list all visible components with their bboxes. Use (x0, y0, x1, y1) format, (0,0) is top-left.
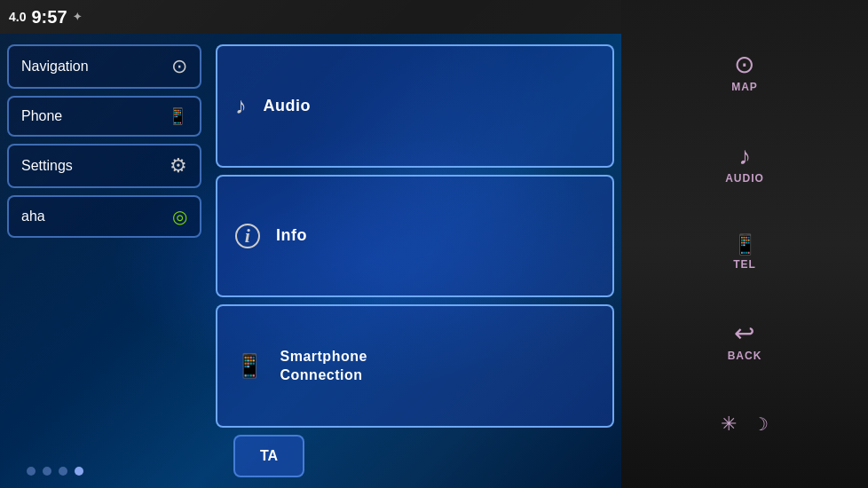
audio-hw-icon: ♪ (738, 144, 751, 169)
status-time: 9:57 (31, 7, 67, 28)
audio-hw-label: AUDIO (725, 172, 764, 185)
brightness-controls: ✳ ☽ (721, 413, 769, 436)
audio-hardware-button[interactable]: ♪ AUDIO (725, 144, 764, 185)
back-label: BACK (728, 350, 762, 362)
audio-label: Audio (264, 97, 312, 115)
map-icon: ⊙ (734, 52, 754, 77)
left-menu: Navigation ⊙ Phone 📱 Settings ⚙ aha ◎ (0, 34, 209, 488)
ta-button[interactable]: TA (233, 435, 304, 477)
dot-3 (59, 467, 67, 476)
tel-icon: 📱 (733, 235, 757, 255)
navigation-icon: ⊙ (171, 55, 187, 78)
info-button[interactable]: i Info (216, 175, 614, 298)
navigation-label: Navigation (21, 59, 89, 75)
status-bar: 4.0 9:57 ✦ (0, 0, 621, 34)
smartphone-connection-button[interactable]: 📱 SmartphoneConnection (216, 304, 614, 428)
ta-row: TA (216, 435, 614, 477)
settings-button[interactable]: Settings ⚙ (7, 144, 201, 188)
aha-label: aha (21, 209, 45, 224)
main-content-area: Navigation ⊙ Phone 📱 Settings ⚙ aha ◎ ♪ … (0, 34, 621, 488)
phone-icon: 📱 (168, 106, 187, 126)
signal-strength: 4.0 (9, 10, 26, 24)
tel-label: TEL (733, 258, 756, 271)
smartphone-label: SmartphoneConnection (280, 348, 367, 385)
brightness-moon-icon[interactable]: ☽ (753, 413, 769, 435)
tel-hardware-button[interactable]: 📱 TEL (733, 235, 757, 271)
map-label: MAP (731, 81, 758, 93)
pagination-dots (27, 467, 83, 476)
main-screen: 4.0 9:57 ✦ Navigation ⊙ Phone 📱 Settings… (0, 0, 621, 488)
aha-button[interactable]: aha ◎ (7, 195, 201, 238)
dot-1 (27, 467, 36, 476)
map-hardware-button[interactable]: ⊙ MAP (731, 52, 758, 93)
audio-button[interactable]: ♪ Audio (216, 44, 614, 168)
phone-button[interactable]: Phone 📱 (7, 96, 201, 137)
back-hardware-button[interactable]: ↩ BACK (728, 321, 762, 362)
dot-4 (75, 467, 83, 476)
navigation-button[interactable]: Navigation ⊙ (7, 44, 201, 89)
dot-2 (43, 467, 51, 476)
back-icon: ↩ (734, 321, 754, 346)
smartphone-icon: 📱 (235, 351, 264, 382)
right-grid: ♪ Audio i Info 📱 SmartphoneConnection TA (209, 34, 621, 488)
phone-label: Phone (21, 108, 62, 124)
info-icon: i (235, 224, 260, 248)
aha-icon: ◎ (172, 206, 187, 227)
settings-icon: ⚙ (170, 154, 187, 177)
settings-label: Settings (21, 158, 73, 174)
right-sidebar: ⊙ MAP ♪ AUDIO 📱 TEL ↩ BACK ✳ ☽ (621, 0, 868, 488)
status-icon: ✦ (73, 11, 82, 23)
info-label: Info (276, 226, 307, 245)
audio-icon: ♪ (235, 92, 248, 120)
brightness-sun-icon[interactable]: ✳ (721, 413, 737, 436)
